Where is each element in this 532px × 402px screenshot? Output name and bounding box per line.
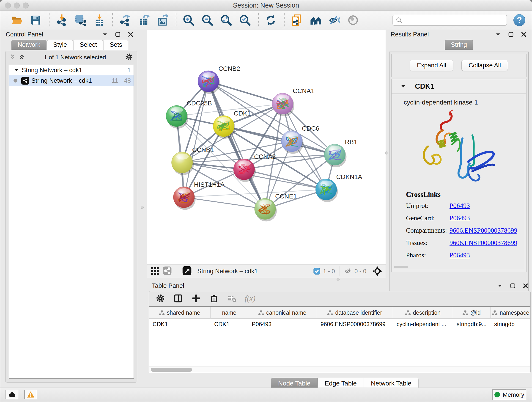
edge-CCNB2-CCNE1[interactable] [208, 81, 265, 209]
zoom-fit-button[interactable] [219, 13, 233, 27]
disclosure-triangle-icon [14, 68, 19, 72]
collapse-all-networks-button[interactable] [10, 54, 16, 61]
bottom-splitter-handle[interactable] [336, 278, 340, 281]
search-input[interactable] [404, 16, 504, 25]
birdseye-button[interactable] [182, 266, 192, 276]
panel-close-button[interactable] [520, 31, 527, 38]
zoom-out-button[interactable] [200, 13, 215, 27]
collapse-all-button[interactable]: Collapse All [462, 60, 508, 71]
columns-icon [174, 294, 183, 303]
cell-canonical-name[interactable]: P06493 [248, 319, 317, 330]
column-header-shared-name[interactable]: shared name [149, 307, 210, 318]
column-header-namespace[interactable]: namespace [491, 307, 530, 318]
hide-glasses-button[interactable] [327, 13, 341, 27]
show-columns-button[interactable] [173, 293, 183, 303]
help-label: ? [517, 15, 522, 25]
tab-string-results[interactable]: String [445, 40, 473, 50]
panel-float-button[interactable] [507, 31, 514, 38]
table-horizontal-scrollbar[interactable] [149, 366, 530, 373]
panel-menu-button[interactable] [496, 282, 503, 289]
node-RB1[interactable]: RB1 [324, 138, 357, 167]
left-splitter-handle[interactable] [141, 206, 144, 209]
cell-database-identifier[interactable]: 9606.ENSP00000378699 [317, 319, 393, 330]
right-splitter-handle[interactable] [385, 152, 388, 154]
zoom-selected-button[interactable] [238, 13, 252, 27]
panel-menu-button[interactable] [101, 31, 108, 38]
panel-float-button[interactable] [509, 282, 516, 289]
help-button[interactable]: ? [513, 14, 525, 26]
string-home-button[interactable] [308, 13, 323, 27]
network-row[interactable]: String Network – cdk1 11 48 [9, 75, 133, 86]
function-builder-button[interactable]: f(x) [245, 294, 255, 303]
edge-CCNB2-HIST1H1A[interactable] [184, 81, 209, 197]
column-header-description[interactable]: description [393, 307, 453, 318]
crosslink-value-link[interactable]: P06493 [450, 251, 470, 259]
view-network-button[interactable] [163, 266, 172, 276]
tab-network[interactable]: Network [12, 40, 46, 50]
network-view-title: String Network – cdk1 [197, 268, 258, 275]
refresh-button[interactable] [264, 13, 278, 27]
table-options-button[interactable] [155, 293, 165, 303]
network-label: String Network – cdk1 [32, 77, 92, 84]
node-CCNB1[interactable]: CCNB1 [172, 146, 214, 175]
warnings-button[interactable] [24, 390, 37, 399]
cell-name[interactable]: CDK1 [210, 319, 248, 330]
zoom-in-button[interactable] [181, 13, 196, 27]
cdk1-section-header[interactable]: CDK1 [392, 79, 526, 94]
tab-sets[interactable]: Sets [104, 40, 128, 50]
open-session-button[interactable] [10, 13, 24, 27]
column-header-database-identifier[interactable]: database identifier [317, 307, 393, 318]
view-grid-button[interactable] [150, 266, 159, 276]
cell-@id[interactable]: stringdb:9... [453, 319, 491, 330]
crosslink-value-link[interactable]: 9606.ENSP00000378699 [450, 227, 517, 234]
selected-checkbox-icon[interactable] [313, 268, 320, 274]
zoom-window-button[interactable] [23, 2, 29, 8]
node-CCNA1[interactable]: CCNA1 [272, 87, 315, 116]
node-CDC25B[interactable]: CDC25B [166, 100, 212, 128]
column-header-canonical-name[interactable]: canonical name [248, 307, 317, 318]
minimize-window-button[interactable] [14, 2, 20, 8]
node-CCNE1[interactable]: CCNE1 [254, 193, 297, 222]
fit-selected-button[interactable] [372, 266, 382, 276]
expand-all-button[interactable]: Expand All [410, 60, 453, 71]
import-table-button[interactable] [92, 13, 106, 27]
crosslink-value-link[interactable]: P06493 [450, 214, 470, 222]
save-session-button[interactable] [29, 13, 43, 27]
crosslink-value-link[interactable]: 9606.ENSP00000378699 [450, 239, 517, 247]
export-network-button[interactable] [118, 13, 132, 27]
network-options-button[interactable] [125, 53, 133, 62]
create-column-button[interactable] [191, 293, 201, 303]
cell-shared-name[interactable]: CDK1 [149, 319, 210, 330]
string-document-button[interactable] [290, 13, 304, 27]
tab-select[interactable]: Select [74, 40, 103, 50]
column-header-name[interactable]: name [210, 307, 248, 318]
close-window-button[interactable] [5, 2, 11, 8]
import-network-button[interactable] [55, 13, 69, 27]
cloud-status-button[interactable] [6, 390, 18, 399]
network-graph[interactable]: CCNB2CCNA1CDC25BCDK1CDC6RB1CCNB1CCNA2CDK… [147, 30, 386, 264]
panel-float-button[interactable] [114, 31, 121, 38]
node-CDKN1A[interactable]: CDKN1A [316, 173, 362, 202]
network-view[interactable]: CCNB2CCNA1CDC25BCDK1CDC6RB1CCNB1CCNA2CDK… [147, 30, 386, 264]
results-scrollbar-thumb[interactable] [394, 266, 408, 268]
show-eye-button[interactable] [346, 13, 360, 27]
tab-style[interactable]: Style [47, 40, 73, 50]
panel-close-button[interactable] [127, 31, 134, 38]
table-row[interactable]: CDK1CDK1P064939606.ENSP00000378699cyclin… [149, 319, 530, 330]
panel-menu-button[interactable] [495, 31, 501, 38]
export-table-button[interactable] [137, 13, 151, 27]
delete-column-button[interactable] [209, 293, 219, 303]
column-header-@id[interactable]: @id [453, 307, 491, 318]
panel-close-button[interactable] [522, 282, 529, 289]
cell-namespace[interactable]: stringdb [491, 319, 530, 330]
network-collection-row[interactable]: String Network – cdk1 1 [9, 65, 133, 75]
crosslink-value-link[interactable]: P06493 [450, 202, 470, 210]
cell-description[interactable]: cyclin-dependent ... [393, 319, 453, 330]
memory-button[interactable]: Memory [492, 389, 526, 400]
scrollbar-thumb[interactable] [151, 368, 192, 372]
edge-HIST1H1A-CCNE1[interactable] [184, 197, 265, 209]
export-image-button[interactable] [156, 13, 170, 27]
expand-all-networks-button[interactable] [19, 54, 25, 61]
import-database-button[interactable] [73, 13, 88, 27]
delete-table-button[interactable] [227, 293, 237, 303]
